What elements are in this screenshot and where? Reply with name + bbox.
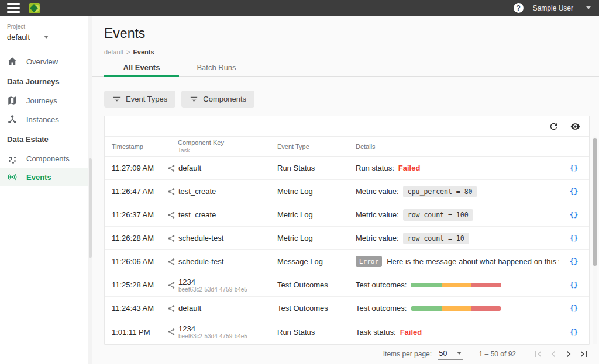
tab-all-events[interactable]: All Events: [104, 60, 179, 76]
timestamp-cell: 11:27:09 AM: [105, 164, 167, 172]
event-type-cell: Metric Log: [277, 187, 356, 196]
table-scrollbar-thumb[interactable]: [593, 138, 597, 266]
previous-page-icon[interactable]: [548, 348, 559, 360]
table-row[interactable]: 1:01:11 PM 1234 beef63c2-53d4-4759-b4e5-…: [105, 320, 589, 344]
details-label: Run status:: [356, 164, 394, 172]
project-selector[interactable]: Project default: [0, 16, 88, 41]
user-menu[interactable]: Sample User: [533, 4, 591, 12]
components-filter-button[interactable]: Components: [181, 91, 254, 108]
share-icon: [167, 234, 175, 242]
status-badge: Failed: [398, 164, 421, 172]
component-key: 1234: [178, 324, 249, 333]
view-json-icon[interactable]: {}: [570, 211, 578, 219]
logo-icon: [29, 3, 40, 13]
chevron-down-icon: [586, 6, 591, 9]
component-cell: test_create: [167, 210, 277, 219]
app-logo[interactable]: [29, 3, 40, 13]
view-json-icon[interactable]: {}: [570, 281, 578, 289]
details-cell: Error Here is the message about what hap…: [356, 256, 559, 267]
sidebar: Project default Overview Data Journeys J…: [0, 16, 88, 364]
project-label: Project: [7, 23, 81, 30]
breadcrumb-project[interactable]: default: [104, 48, 123, 56]
column-header-event-type: Event Type: [277, 143, 356, 150]
details-label: Test outcomes:: [356, 304, 407, 313]
component-uuid: beef63c2-53d4-4759-b4e5-: [178, 334, 249, 339]
sidebar-scrollbar-thumb[interactable]: [89, 158, 92, 258]
tab-bar: All Events Batch Runs: [92, 60, 599, 77]
event-type-cell: Metric Log: [277, 234, 356, 242]
timestamp-cell: 1:01:11 PM: [105, 328, 167, 337]
view-json-icon[interactable]: {}: [570, 188, 578, 196]
next-page-icon[interactable]: [563, 348, 574, 360]
view-json-icon[interactable]: {}: [570, 164, 578, 172]
sidebar-scrollbar[interactable]: [88, 16, 92, 364]
view-json-icon[interactable]: {}: [570, 328, 578, 337]
sidebar-item-events[interactable]: Events: [0, 168, 88, 186]
eye-icon[interactable]: [570, 122, 580, 131]
timestamp-cell: 11:26:37 AM: [105, 210, 167, 219]
sidebar-item-overview[interactable]: Overview: [0, 52, 88, 71]
view-json-icon[interactable]: {}: [570, 258, 578, 266]
sidebar-item-instances[interactable]: Instances: [0, 110, 88, 129]
sidebar-item-journeys[interactable]: Journeys: [0, 91, 88, 110]
filter-label: Event Types: [126, 95, 167, 103]
table-toolbar: [105, 116, 589, 136]
outcomes-warning-segment: [442, 306, 471, 311]
component-cell: default: [167, 304, 277, 313]
breadcrumb: default > Events: [104, 48, 154, 56]
view-json-icon[interactable]: {}: [570, 234, 578, 242]
component-key: test_create: [178, 187, 216, 196]
sidebar-item-label: Components: [26, 154, 70, 163]
hamburger-menu-icon[interactable]: [7, 3, 20, 13]
component-uuid: beef63c2-53d4-4759-b4e5-: [178, 287, 249, 293]
share-icon: [167, 281, 175, 289]
filter-icon: [112, 95, 121, 103]
table-row[interactable]: 11:26:28 AM schedule-test Metric Log Met…: [105, 227, 589, 250]
last-page-icon[interactable]: [578, 348, 590, 360]
test-outcomes-bar: [411, 306, 501, 311]
filter-bar: Event Types Components: [104, 91, 254, 108]
details-label: Test outcomes:: [356, 280, 407, 289]
view-json-icon[interactable]: {}: [570, 304, 578, 313]
table-row[interactable]: 11:27:09 AM default Run Status Run statu…: [105, 157, 589, 180]
table-row[interactable]: 11:25:28 AM 1234 beef63c2-53d4-4759-b4e5…: [105, 273, 589, 297]
user-name: Sample User: [533, 4, 573, 12]
outcomes-failed-segment: [471, 306, 502, 311]
column-header-task: Task: [178, 147, 277, 154]
help-icon[interactable]: ?: [514, 3, 524, 13]
table-row[interactable]: 11:24:43 AM default Test Outcomes Test o…: [105, 297, 589, 320]
page-title: Events: [104, 26, 145, 41]
chevron-down-icon: [457, 352, 462, 355]
refresh-icon[interactable]: [549, 122, 559, 131]
component-cell: default: [167, 164, 277, 172]
filter-label: Components: [203, 95, 246, 103]
map-icon: [7, 95, 18, 106]
event-type-cell: Metric Log: [277, 210, 356, 219]
metric-value-chip: cpu_percent = 80: [403, 186, 477, 197]
sidebar-item-label: Instances: [26, 115, 59, 124]
component-cell: 1234 beef63c2-53d4-4759-b4e5-: [167, 324, 277, 339]
timestamp-cell: 11:25:28 AM: [105, 280, 167, 289]
component-key: test_create: [178, 210, 216, 219]
table-row[interactable]: 11:26:47 AM test_create Metric Log Metri…: [105, 180, 589, 203]
event-types-filter-button[interactable]: Event Types: [104, 91, 175, 108]
timestamp-cell: 11:24:43 AM: [105, 304, 167, 313]
sidebar-item-components[interactable]: Components: [0, 149, 88, 168]
chevron-down-icon: [44, 36, 49, 39]
tab-batch-runs[interactable]: Batch Runs: [179, 60, 254, 76]
status-badge: Failed: [400, 328, 422, 337]
items-per-page-select[interactable]: 50: [438, 349, 462, 360]
sidebar-section-data-journeys: Data Journeys: [0, 72, 88, 91]
component-cell: schedule-test: [167, 234, 277, 242]
table-row[interactable]: 11:26:37 AM test_create Metric Log Metri…: [105, 203, 589, 227]
event-type-cell: Run Status: [277, 328, 356, 337]
table-header-row: Timestamp Component Key Task Event Type …: [105, 136, 589, 157]
table-scrollbar[interactable]: [593, 136, 597, 344]
main-content: Events default > Events All Events Batch…: [92, 16, 599, 364]
column-header-component-key: Component Key Task: [167, 139, 277, 154]
details-cell: Test outcomes:: [356, 280, 559, 289]
table-row[interactable]: 11:26:06 AM schedule-test Message Log Er…: [105, 250, 589, 273]
share-icon: [167, 328, 175, 336]
first-page-icon[interactable]: [532, 348, 544, 360]
message-text: Here is the message about what happened …: [387, 257, 559, 266]
